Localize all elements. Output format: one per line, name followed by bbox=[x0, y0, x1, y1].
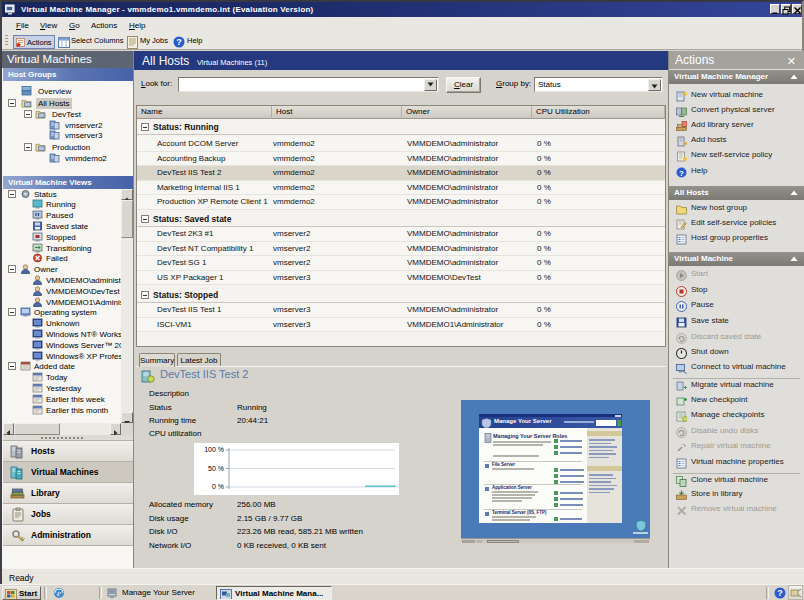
svg-text:?: ? bbox=[679, 168, 684, 177]
svg-text:e: e bbox=[57, 588, 61, 598]
svg-text:?: ? bbox=[176, 37, 182, 47]
svg-text:?: ? bbox=[777, 588, 783, 598]
